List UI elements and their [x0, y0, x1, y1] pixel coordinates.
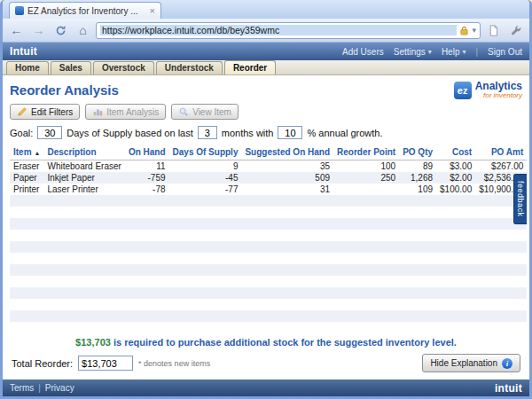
goal-text-1: Days of Supply based on last [66, 128, 192, 138]
header-description[interactable]: Description [44, 145, 125, 160]
header-cost[interactable]: Cost [436, 145, 475, 160]
cell-description: Inkjet Paper [44, 172, 125, 184]
wrench-menu-button[interactable] [506, 21, 525, 40]
url-text: https://workplace.intuit.com/db/bey359wm… [100, 25, 457, 35]
cell-description: Whiteboard Eraser [44, 160, 125, 173]
privacy-link[interactable]: Privacy [45, 383, 74, 393]
header-reorder-point[interactable]: Reorder Point [333, 145, 399, 160]
cell-po-qty: 109 [399, 184, 436, 195]
sort-asc-icon: ▲ [35, 150, 41, 156]
browser-tab-title: EZ Analytics for Inventory ... [27, 6, 146, 16]
edit-filters-button[interactable]: Edit Filters [10, 104, 80, 120]
page-icon [488, 25, 499, 36]
chevron-down-icon: ▾ [462, 48, 466, 56]
reload-button[interactable] [51, 21, 70, 40]
cell-days-of-supply: 9 [169, 160, 242, 173]
settings-menu[interactable]: Settings ▾ [394, 47, 432, 57]
pencil-icon [17, 106, 27, 117]
total-reorder-row: Total Reorder: * denotes new items Hide … [10, 349, 522, 379]
cell-suggested-on-hand: 509 [241, 172, 333, 184]
table-row-empty [10, 287, 527, 299]
terms-link[interactable]: Terms [10, 383, 34, 393]
summary-amount: $13,703 [75, 337, 111, 348]
tab-reorder[interactable]: Reorder [224, 60, 276, 74]
table-row[interactable]: Printer Laser Printer -78 -77 31 109 $10… [10, 184, 527, 195]
table-row-empty [10, 310, 527, 322]
table-row-empty [10, 264, 527, 276]
intuit-logo: Intuit [10, 45, 37, 58]
header-po-amt[interactable]: PO Amt [475, 145, 527, 160]
cell-on-hand: 11 [125, 160, 169, 173]
footer-separator: | [38, 383, 41, 393]
cell-po-qty: 89 [399, 160, 436, 173]
goal-months-input[interactable] [198, 126, 217, 139]
table-row-empty [10, 322, 527, 333]
wrench-icon [510, 25, 521, 36]
omnibox-dropdown-icon[interactable]: ▾ [472, 26, 476, 35]
total-reorder-label: Total Reorder: [12, 358, 73, 369]
tab-understock[interactable]: Understock [156, 61, 223, 74]
back-button[interactable]: ← [7, 21, 26, 40]
hide-explanation-label: Hide Explanation [430, 358, 497, 368]
cell-po-amt: $267.00 [475, 160, 527, 173]
header-suggested-on-hand[interactable]: Suggested On Hand [241, 145, 333, 160]
tab-sales[interactable]: Sales [51, 61, 91, 74]
view-item-label: View Item [192, 107, 231, 117]
table-row-empty [10, 299, 527, 310]
tab-close-icon[interactable]: × [150, 6, 155, 15]
feedback-tab[interactable]: feedback [513, 174, 527, 224]
ez-analytics-logo: ez Analytics for inventory [454, 81, 522, 99]
sign-out-link[interactable]: Sign Out [488, 47, 522, 57]
bar-chart-icon [92, 106, 103, 117]
reload-icon [55, 25, 66, 36]
cell-on-hand: -759 [125, 172, 169, 184]
home-button[interactable]: ⌂ [74, 21, 92, 40]
header-po-qty[interactable]: PO Qty [399, 145, 436, 160]
help-menu[interactable]: Help ▾ [442, 47, 466, 57]
separator: | [475, 47, 478, 57]
tab-home[interactable]: Home [6, 61, 49, 74]
hide-explanation-button[interactable]: Hide Explanation i [422, 354, 520, 372]
ez-logo-icon: ez [454, 82, 472, 99]
forward-button[interactable]: → [29, 21, 48, 40]
intuit-top-bar: Intuit Add Users Settings ▾ Help ▾ | Sig… [3, 43, 529, 60]
cell-cost: $100.00 [436, 184, 475, 195]
magnifier-icon [178, 106, 189, 117]
cell-reorder-point: 100 [333, 160, 399, 173]
table-row[interactable]: Eraser Whiteboard Eraser 11 9 35 100 89 … [10, 160, 527, 173]
logo-text-for-inventory: for inventory [475, 91, 522, 99]
app-footer: Terms | Privacy intuit [3, 379, 529, 396]
goal-growth-input[interactable] [278, 126, 302, 139]
tab-overstock[interactable]: Overstock [93, 61, 154, 74]
item-analysis-button[interactable]: Item Analysis [85, 104, 166, 120]
add-users-link[interactable]: Add Users [342, 47, 384, 57]
table-row[interactable]: Paper Inkjet Paper -759 -45 509 250 1,26… [10, 172, 527, 184]
header-on-hand[interactable]: On Hand [125, 145, 169, 160]
cell-cost: $3.00 [436, 160, 475, 173]
settings-label: Settings [394, 47, 426, 57]
header-item-label: Item [13, 147, 32, 157]
browser-window: EZ Analytics for Inventory ... × ← → ⌂ h… [0, 0, 532, 399]
favicon-icon [15, 6, 24, 15]
address-bar[interactable]: https://workplace.intuit.com/db/bey359wm… [96, 22, 481, 39]
page-menu-button[interactable] [484, 21, 503, 40]
goal-text-3: % annual growth. [307, 128, 382, 138]
page-header: Reorder Analysis ez Analytics for invent… [10, 81, 522, 99]
cell-on-hand: -78 [125, 184, 169, 195]
denotes-note: * denotes new items [138, 359, 210, 368]
header-item[interactable]: Item▲ [10, 145, 44, 160]
header-days-of-supply[interactable]: Days Of Supply [169, 145, 242, 160]
view-item-button[interactable]: View Item [171, 104, 239, 120]
lock-icon [459, 26, 469, 35]
summary-explanation: $13,703 is required to purchase addition… [10, 333, 522, 349]
cell-item: Paper [10, 172, 44, 184]
goal-days-input[interactable] [37, 126, 62, 139]
cell-reorder-point: 250 [333, 172, 399, 184]
help-label: Help [442, 47, 460, 57]
cell-cost: $2.00 [436, 172, 475, 184]
table-row-empty [10, 276, 527, 287]
total-reorder-input[interactable] [78, 356, 133, 371]
table-row-empty [10, 195, 527, 207]
browser-tab[interactable]: EZ Analytics for Inventory ... × [9, 2, 161, 19]
cell-days-of-supply: -45 [169, 172, 242, 184]
